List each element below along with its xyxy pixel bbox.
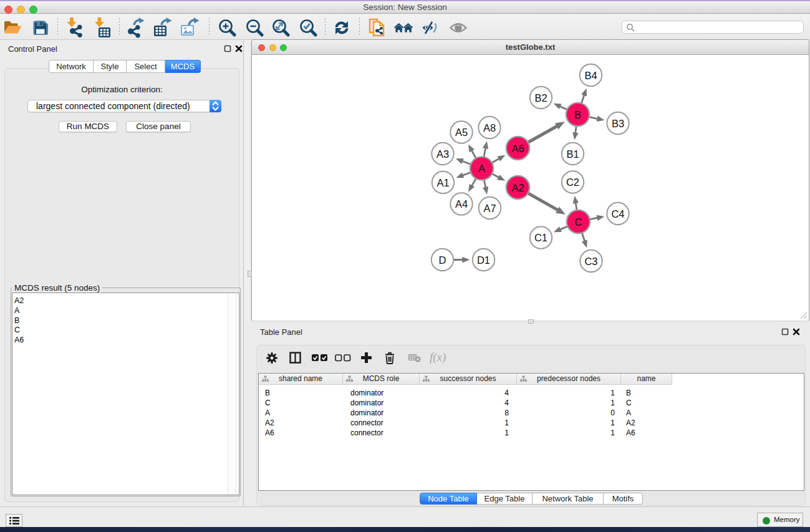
svg-text:B1: B1: [566, 148, 579, 160]
svg-text:A: A: [478, 163, 485, 174]
svg-text:D1: D1: [477, 254, 490, 266]
svg-text:B: B: [574, 109, 581, 120]
svg-text:A8: A8: [483, 122, 496, 133]
svg-text:A5: A5: [455, 127, 468, 138]
svg-text:B2: B2: [534, 92, 547, 104]
svg-text:C4: C4: [611, 208, 624, 220]
svg-text:A4: A4: [455, 198, 468, 210]
svg-text:C3: C3: [584, 256, 597, 267]
svg-text:C2: C2: [566, 177, 579, 188]
svg-text:A2: A2: [511, 182, 524, 193]
svg-text:D: D: [439, 254, 446, 266]
svg-text:B3: B3: [612, 118, 624, 129]
svg-text:A6: A6: [511, 143, 524, 154]
svg-text:A3: A3: [436, 148, 449, 160]
svg-text:B4: B4: [584, 70, 597, 81]
svg-text:A7: A7: [483, 203, 496, 214]
svg-text:C1: C1: [534, 232, 547, 243]
svg-text:C: C: [575, 216, 582, 228]
svg-text:A1: A1: [436, 177, 449, 188]
